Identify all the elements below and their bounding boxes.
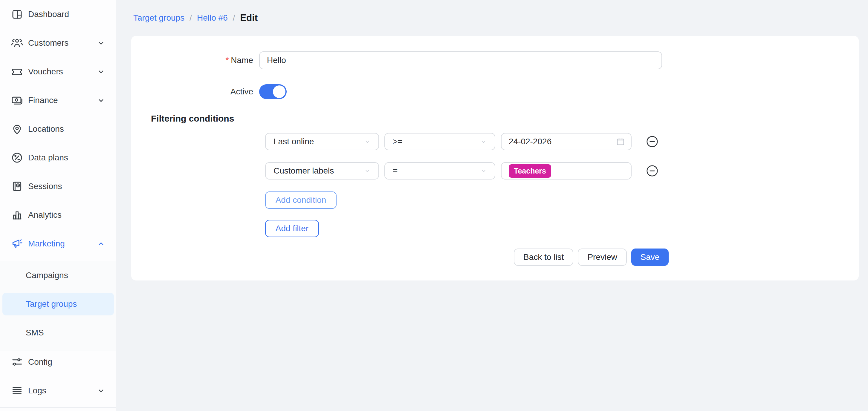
lines-icon (11, 384, 23, 397)
breadcrumb: Target groups / Hello #6 / Edit (116, 0, 868, 36)
chevron-down-icon (97, 386, 105, 395)
preview-button[interactable]: Preview (578, 248, 627, 266)
chevron-down-icon (97, 96, 105, 105)
banknote-icon (11, 94, 23, 107)
sidebar-item-locations[interactable]: Locations (2, 118, 114, 140)
sidebar-item-sessions[interactable]: Sessions (2, 175, 114, 198)
sidebar-item-label: Finance (28, 96, 97, 105)
name-form-row: *Name (131, 52, 859, 69)
breadcrumb-link-hello-6[interactable]: Hello #6 (197, 13, 228, 23)
sidebar-item-label: Dashboard (28, 9, 105, 19)
remove-condition-button[interactable] (646, 164, 659, 177)
filtering-conditions-title: Filtering conditions (151, 113, 859, 124)
sidebar-item-label: Analytics (28, 210, 105, 220)
sidebar-item-data-plans[interactable]: Data plans (2, 146, 114, 169)
form-action-buttons: Back to list Preview Save (514, 248, 669, 266)
sidebar-item-customers[interactable]: Customers (2, 32, 114, 54)
switch-knob (273, 85, 285, 98)
save-button[interactable]: Save (631, 248, 669, 266)
sidebar-item-sms[interactable]: SMS (2, 321, 114, 344)
select-chevron-icon (363, 137, 372, 146)
calendar-icon (615, 137, 626, 147)
dashboard-icon (11, 8, 23, 21)
conditions-list: Last online >= 24-02-2026 (265, 133, 859, 237)
app-root: Dashboard Customers Vouchers (0, 0, 868, 411)
sidebar-item-vouchers[interactable]: Vouchers (2, 60, 114, 83)
customer-label-tag: Teachers (509, 164, 551, 178)
sidebar-item-logs[interactable]: Logs (2, 379, 114, 402)
condition-operator-select[interactable]: >= (384, 133, 495, 150)
session-book-icon (11, 180, 23, 193)
active-label: Active (131, 87, 259, 97)
select-chevron-icon (479, 137, 488, 146)
sidebar-collapse-strip[interactable] (0, 407, 116, 411)
customers-icon (11, 37, 23, 49)
voucher-icon (11, 65, 23, 78)
name-input[interactable] (259, 52, 662, 69)
sidebar-item-label: Vouchers (28, 67, 97, 76)
condition-value-labels-select[interactable]: Teachers (501, 162, 631, 179)
sidebar-item-label: Logs (28, 386, 97, 396)
condition-operator-select[interactable]: = (384, 162, 495, 179)
remove-condition-button[interactable] (646, 135, 659, 148)
select-chevron-icon (479, 166, 488, 175)
percent-icon (11, 151, 23, 164)
active-switch[interactable] (259, 84, 287, 99)
chevron-down-icon (97, 67, 105, 76)
sidebar-item-label: Sessions (28, 182, 105, 191)
sidebar-item-finance[interactable]: Finance (2, 89, 114, 112)
sidebar-item-label: Marketing (28, 239, 97, 248)
sidebar-item-label: Config (28, 357, 105, 367)
megaphone-icon (11, 237, 23, 250)
select-chevron-icon (363, 166, 372, 175)
bar-chart-icon (11, 209, 23, 221)
sidebar-item-campaigns[interactable]: Campaigns (2, 264, 114, 287)
sidebar-item-target-groups[interactable]: Target groups (2, 293, 114, 315)
sidebar-item-dashboard[interactable]: Dashboard (2, 3, 114, 26)
back-to-list-button[interactable]: Back to list (514, 248, 573, 266)
sidebar-item-config[interactable]: Config (2, 351, 114, 373)
sidebar-item-label: Locations (28, 124, 105, 134)
main-content: Target groups / Hello #6 / Edit *Name Ac… (116, 0, 868, 411)
sidebar-item-marketing[interactable]: Marketing (2, 232, 114, 255)
condition-row: Last online >= 24-02-2026 (265, 133, 859, 150)
breadcrumb-separator: / (233, 13, 235, 23)
sidebar-item-label: Target groups (26, 299, 77, 309)
map-pin-icon (11, 123, 23, 135)
sidebar-item-label: Campaigns (26, 271, 68, 280)
marketing-submenu: Campaigns Target groups SMS (0, 261, 116, 351)
sidebar-item-label: Customers (28, 38, 97, 48)
sliders-icon (11, 356, 23, 368)
sidebar-item-analytics[interactable]: Analytics (2, 204, 114, 227)
condition-field-select[interactable]: Last online (265, 133, 379, 150)
breadcrumb-current-page: Edit (240, 12, 258, 23)
sidebar-item-label: SMS (26, 328, 44, 338)
add-filter-button[interactable]: Add filter (265, 220, 319, 237)
condition-field-select[interactable]: Customer labels (265, 162, 379, 179)
edit-form-card: *Name Active Filtering conditions Last o… (131, 36, 859, 280)
sidebar-item-label: Data plans (28, 153, 105, 163)
chevron-down-icon (97, 38, 105, 47)
breadcrumb-link-target-groups[interactable]: Target groups (133, 13, 184, 23)
chevron-up-icon (97, 239, 105, 248)
sidebar: Dashboard Customers Vouchers (0, 0, 116, 411)
condition-value-date-input[interactable]: 24-02-2026 (501, 133, 631, 150)
add-condition-button[interactable]: Add condition (265, 192, 337, 209)
name-label: *Name (131, 56, 259, 65)
required-marker: * (225, 56, 229, 65)
sidebar-menu: Dashboard Customers Vouchers (0, 0, 116, 402)
condition-row: Customer labels = Teachers (265, 162, 859, 179)
active-form-row: Active (131, 83, 859, 100)
breadcrumb-separator: / (189, 13, 192, 23)
